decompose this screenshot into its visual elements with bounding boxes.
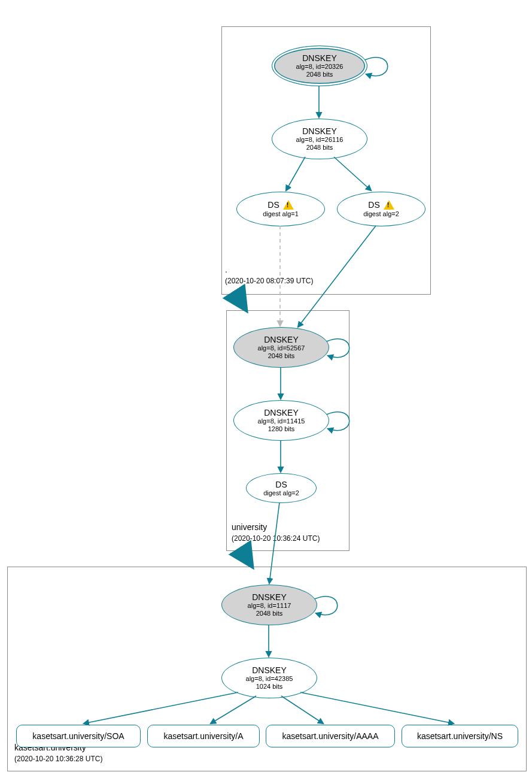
node-line3: 2048 bits	[256, 610, 283, 617]
node-line2: alg=8, id=42385	[246, 675, 293, 683]
node-line2: alg=8, id=26116	[296, 136, 343, 144]
node-university-ds[interactable]: DS digest alg=2	[246, 473, 317, 503]
node-line2: alg=8, id=11415	[258, 417, 305, 425]
node-root-ksk[interactable]: DNSKEY alg=8, id=20326 2048 bits	[272, 46, 367, 86]
node-line2: digest alg=2	[263, 489, 299, 497]
node-root-ds2[interactable]: DS digest alg=2	[337, 192, 425, 226]
node-line2: digest alg=2	[363, 210, 399, 218]
node-kasetsart-ksk[interactable]: DNSKEY alg=8, id=1117 2048 bits	[221, 585, 317, 625]
node-line3: 2048 bits	[306, 144, 333, 152]
node-kasetsart-zsk[interactable]: DNSKEY alg=8, id=42385 1024 bits	[221, 658, 317, 698]
node-line3: 1024 bits	[256, 683, 283, 691]
node-title: DNSKEY	[264, 335, 299, 344]
node-title: kasetsart.university/A	[163, 731, 243, 741]
zone-root-label: .	[225, 265, 227, 274]
node-line2: alg=8, id=1117	[248, 602, 291, 610]
node-title: DS	[368, 200, 394, 210]
node-line2: digest alg=1	[263, 210, 299, 218]
zone-root-timestamp: (2020-10-20 08:07:39 UTC)	[225, 277, 313, 285]
zone-university-timestamp: (2020-10-20 10:36:24 UTC)	[232, 534, 320, 543]
node-root-zsk[interactable]: DNSKEY alg=8, id=26116 2048 bits	[272, 119, 367, 159]
ds-label: DS	[368, 200, 379, 210]
node-title: DNSKEY	[252, 665, 287, 675]
node-rr-a[interactable]: kasetsart.university/A	[147, 725, 260, 747]
node-title: kasetsart.university/AAAA	[282, 731, 378, 741]
node-rr-aaaa[interactable]: kasetsart.university/AAAA	[266, 725, 395, 747]
zone-university-label: university	[232, 522, 267, 532]
node-line3: 2048 bits	[306, 71, 333, 78]
warning-icon	[384, 200, 394, 210]
node-title: DNSKEY	[264, 408, 299, 417]
node-rr-ns[interactable]: kasetsart.university/NS	[402, 725, 518, 747]
ds-label: DS	[267, 200, 279, 210]
node-university-ksk[interactable]: DNSKEY alg=8, id=52567 2048 bits	[233, 327, 329, 368]
node-line3: 1280 bits	[268, 425, 295, 433]
zone-kasetsart-timestamp: (2020-10-20 10:36:28 UTC)	[14, 755, 102, 763]
warning-icon	[283, 200, 294, 210]
node-title: kasetsart.university/NS	[417, 731, 503, 741]
node-title: DNSKEY	[302, 53, 337, 63]
node-line3: 2048 bits	[268, 352, 295, 360]
node-line2: alg=8, id=20326	[296, 63, 343, 71]
node-line2: alg=8, id=52567	[258, 344, 305, 352]
node-title: DNSKEY	[252, 592, 287, 602]
node-title: DNSKEY	[302, 126, 337, 136]
node-title: kasetsart.university/SOA	[32, 731, 124, 741]
node-university-zsk[interactable]: DNSKEY alg=8, id=11415 1280 bits	[233, 400, 329, 441]
node-rr-soa[interactable]: kasetsart.university/SOA	[16, 725, 141, 747]
node-title: DS	[275, 480, 287, 489]
node-title: DS	[267, 200, 293, 210]
node-root-ds1[interactable]: DS digest alg=1	[236, 192, 325, 226]
